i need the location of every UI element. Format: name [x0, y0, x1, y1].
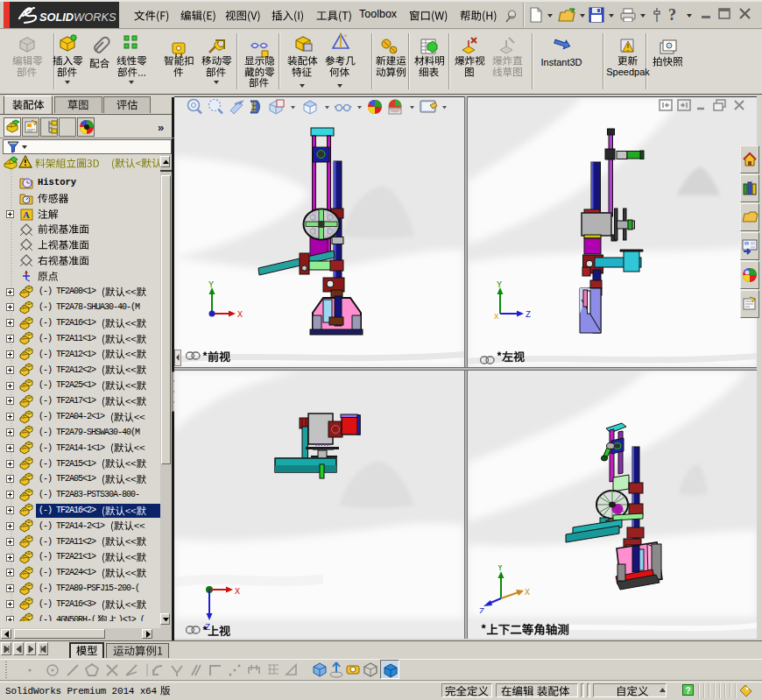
svg-text:Z: Z	[479, 607, 484, 613]
svg-text:Z: Z	[526, 310, 531, 320]
svg-text:X: X	[235, 587, 240, 597]
svg-text:Y: Y	[208, 280, 214, 290]
svg-text:SOLIDWORKS: SOLIDWORKS	[39, 11, 116, 24]
svg-text:X: X	[237, 310, 243, 320]
svg-text:X: X	[494, 313, 499, 322]
svg-text:?: ?	[668, 6, 676, 24]
svg-text:X: X	[525, 588, 530, 597]
svg-text:Y: Y	[497, 280, 502, 290]
svg-text:A: A	[23, 209, 30, 220]
svg-text:Y: Y	[497, 565, 503, 573]
svg-text:*: *	[344, 32, 348, 41]
